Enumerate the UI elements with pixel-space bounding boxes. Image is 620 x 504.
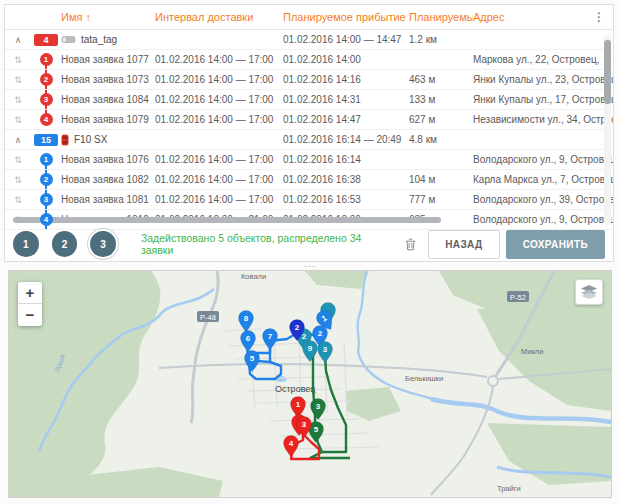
order-interval: 01.02.2016 14:00 — 17:00 bbox=[155, 174, 283, 185]
column-name[interactable]: Имя ↑ bbox=[61, 11, 155, 23]
zoom-controls: + − bbox=[18, 282, 42, 326]
svg-text:4: 4 bbox=[289, 439, 294, 448]
order-row[interactable]: ⇅ 2 Новая заявка 1073 01.02.2016 14:00 —… bbox=[5, 70, 613, 90]
order-row[interactable]: ⇅ 1 Новая заявка 1076 01.02.2016 14:00 —… bbox=[5, 150, 613, 170]
van-icon bbox=[61, 35, 76, 44]
order-interval: 01.02.2016 14:00 — 17:00 bbox=[155, 154, 283, 165]
order-arrival: 01.02.2016 16:14 bbox=[283, 154, 409, 165]
order-interval: 01.02.2016 14:00 — 17:00 bbox=[155, 194, 283, 205]
order-name: Новая заявка 1073 bbox=[61, 74, 155, 85]
sort-asc-icon[interactable]: ↑ bbox=[86, 11, 92, 23]
order-row[interactable]: ⇅ 3 Новая заявка 1084 01.02.2016 14:00 —… bbox=[5, 90, 613, 110]
vehicle-name: tata_tag bbox=[61, 34, 155, 45]
order-address: Маркова ул., 22, Островец, bbox=[473, 54, 613, 65]
svg-text:5: 5 bbox=[314, 425, 319, 434]
svg-text:Р-52: Р-52 bbox=[510, 293, 526, 302]
order-name: Новая заявка 1081 bbox=[61, 194, 155, 205]
drag-handle-icon[interactable]: ⇅ bbox=[5, 95, 31, 105]
column-interval[interactable]: Интервал доставки bbox=[155, 11, 283, 23]
road-badge: Р-52 bbox=[507, 291, 529, 302]
collapse-icon[interactable]: ∧ bbox=[5, 135, 31, 145]
save-button[interactable]: СОХРАНИТЬ bbox=[506, 230, 605, 259]
map[interactable]: Р-48 Р-52 Ковали Островец Микли Белькишк… bbox=[8, 270, 612, 498]
vertical-scrollbar[interactable] bbox=[604, 35, 611, 225]
order-address: Володарского ул., 9, Островец bbox=[473, 154, 613, 165]
order-row[interactable]: ⇅ 3 Новая заявка 1081 01.02.2016 14:00 —… bbox=[5, 190, 613, 210]
order-row[interactable]: ⇅ 4 Новая заявка 1079 01.02.2016 14:00 —… bbox=[5, 110, 613, 130]
group-arrival: 01.02.2016 16:14 — 20:49 bbox=[283, 134, 409, 145]
drag-handle-icon[interactable]: ⇅ bbox=[5, 75, 31, 85]
order-address: Володарского ул., 39, Островец bbox=[473, 194, 613, 205]
svg-text:1: 1 bbox=[296, 400, 301, 409]
order-arrival: 01.02.2016 14:31 bbox=[283, 94, 409, 105]
order-interval: 01.02.2016 14:00 — 17:00 bbox=[155, 114, 283, 125]
svg-text:Белькишки: Белькишки bbox=[405, 374, 443, 383]
group-arrival: 01.02.2016 14:00 — 14:47 bbox=[283, 34, 409, 45]
stop-number: 2 bbox=[40, 73, 53, 86]
car-icon bbox=[61, 134, 69, 146]
stop-number: 2 bbox=[40, 173, 53, 186]
drag-handle-icon[interactable]: ⇅ bbox=[5, 155, 31, 165]
column-mileage[interactable]: Планируемый про... bbox=[409, 11, 473, 23]
svg-text:2: 2 bbox=[295, 323, 300, 332]
zoom-out-button[interactable]: − bbox=[18, 304, 42, 326]
vehicle-name: F10 SX bbox=[61, 134, 155, 146]
road-badge: Р-48 bbox=[197, 311, 219, 322]
back-button[interactable]: НАЗАД bbox=[428, 230, 499, 259]
drag-handle-icon[interactable]: ⇅ bbox=[5, 175, 31, 185]
order-row[interactable]: ⇅ 2 Новая заявка 1082 01.02.2016 14:00 —… bbox=[5, 170, 613, 190]
order-name: Новая заявка 1079 bbox=[61, 114, 155, 125]
stop-number: 3 bbox=[40, 93, 53, 106]
order-address: Володарского ул., 9, Островец bbox=[473, 214, 613, 225]
vehicle-group-row[interactable]: ∧ 15 F10 SX 01.02.2016 16:14 — 20:49 4.8… bbox=[5, 130, 613, 150]
order-name: Новая заявка 1076 bbox=[61, 154, 155, 165]
table-menu-icon[interactable]: ⋮ bbox=[593, 11, 605, 23]
svg-text:Островец: Островец bbox=[275, 384, 315, 394]
order-arrival: 01.02.2016 14:16 bbox=[283, 74, 409, 85]
drag-handle-icon[interactable]: ⇅ bbox=[5, 195, 31, 205]
map-canvas[interactable]: Р-48 Р-52 Ковали Островец Микли Белькишк… bbox=[9, 271, 611, 497]
order-mileage: 463 м bbox=[409, 74, 473, 85]
panel-resize-handle[interactable]: ··· bbox=[0, 262, 620, 270]
stop-number: 3 bbox=[40, 193, 53, 206]
vehicle-group-row[interactable]: ∧ 4 tata_tag 01.02.2016 14:00 — 14:47 1.… bbox=[5, 30, 613, 50]
stop-number: 4 bbox=[40, 113, 53, 126]
column-arrival[interactable]: Планируемое прибытие bbox=[283, 11, 409, 23]
order-address: Янки Купалы ул., 17, Островец bbox=[473, 94, 613, 105]
order-interval: 01.02.2016 14:00 — 17:00 bbox=[155, 74, 283, 85]
step-1-button[interactable]: 1 bbox=[13, 231, 39, 257]
collapse-icon[interactable]: ∧ bbox=[5, 35, 31, 45]
order-mileage: 777 м bbox=[409, 194, 473, 205]
vertical-scrollbar-thumb[interactable] bbox=[604, 40, 611, 104]
svg-text:7: 7 bbox=[268, 332, 273, 341]
order-name: Новая заявка 1084 bbox=[61, 94, 155, 105]
svg-text:3: 3 bbox=[302, 420, 307, 429]
svg-text:3: 3 bbox=[323, 345, 328, 354]
orders-table: Имя ↑ Интервал доставки Планируемое приб… bbox=[4, 4, 614, 262]
order-mileage: 627 м bbox=[409, 114, 473, 125]
order-arrival: 01.02.2016 16:53 bbox=[283, 194, 409, 205]
step-2-button[interactable]: 2 bbox=[52, 231, 78, 257]
horizontal-scrollbar[interactable] bbox=[13, 217, 441, 223]
drag-handle-icon[interactable]: ⇅ bbox=[5, 55, 31, 65]
svg-text:Ковали: Ковали bbox=[241, 272, 266, 281]
svg-text:8: 8 bbox=[244, 314, 249, 323]
order-row[interactable]: ⇅ 1 Новая заявка 1077 01.02.2016 14:00 —… bbox=[5, 50, 613, 70]
order-arrival: 01.02.2016 16:38 bbox=[283, 174, 409, 185]
column-address[interactable]: Адрес bbox=[473, 11, 613, 23]
zoom-in-button[interactable]: + bbox=[18, 282, 42, 304]
step-3-button[interactable]: 3 bbox=[90, 231, 116, 257]
distribution-summary: Задействовано 5 объектов, распределено 3… bbox=[141, 232, 393, 256]
svg-text:3: 3 bbox=[316, 402, 321, 411]
drag-handle-icon[interactable]: ⇅ bbox=[5, 115, 31, 125]
order-arrival: 01.02.2016 14:47 bbox=[283, 114, 409, 125]
order-interval: 01.02.2016 14:00 — 17:00 bbox=[155, 54, 283, 65]
svg-text:6: 6 bbox=[246, 334, 251, 343]
order-interval: 01.02.2016 14:00 — 17:00 bbox=[155, 94, 283, 105]
stop-number: 1 bbox=[40, 153, 53, 166]
group-mileage: 4.8 км bbox=[409, 134, 473, 145]
trash-icon[interactable] bbox=[405, 238, 416, 251]
order-address: Карла Маркса ул., 7, Островец bbox=[473, 174, 613, 185]
order-mileage: 104 м bbox=[409, 174, 473, 185]
layers-button[interactable] bbox=[575, 279, 603, 305]
